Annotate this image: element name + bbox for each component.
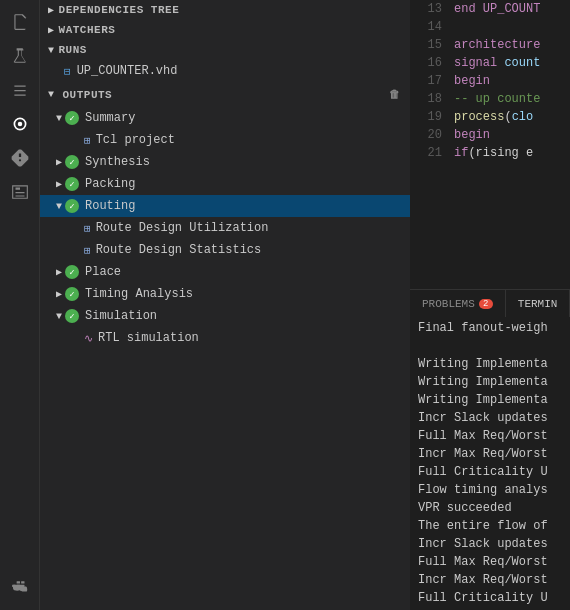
code-line-17: 17 begin xyxy=(410,72,570,90)
chevron-down-icon: ▼ xyxy=(56,201,62,212)
check-icon: ✓ xyxy=(65,199,79,213)
terminal-line: Incr Slack updates xyxy=(410,535,570,553)
terminal-line: Full Criticality U xyxy=(410,463,570,481)
extensions-icon[interactable] xyxy=(6,76,34,104)
main-area: 13 end UP_COUNT 14 15 architecture 16 si… xyxy=(410,0,570,610)
svg-rect-5 xyxy=(16,581,19,583)
git-icon[interactable] xyxy=(6,144,34,172)
explorer-icon[interactable] xyxy=(6,8,34,36)
sidebar: ▶ DEPENDENCIES TREE ▶ WATCHERS ▼ RUNS ⊟ … xyxy=(40,0,410,610)
outputs-header: ▼ OUTPUTS 🗑 xyxy=(40,82,410,107)
tab-terminal[interactable]: TERMIN xyxy=(506,290,570,318)
chevron-right-icon: ▶ xyxy=(56,266,62,278)
terminal-line: Incr Slack updates xyxy=(410,409,570,427)
terminal-line: Flow timing analys xyxy=(410,481,570,499)
dependencies-tree-header[interactable]: ▶ DEPENDENCIES TREE xyxy=(40,0,410,20)
boards-icon[interactable] xyxy=(6,178,34,206)
terminal-line: Writing Implementa xyxy=(410,391,570,409)
doc-icon: ⊞ xyxy=(84,222,91,235)
chevron-right-icon: ▶ xyxy=(48,24,55,36)
output-item-packing[interactable]: ▶ ✓ Packing xyxy=(40,173,410,195)
chevron-right-icon: ▶ xyxy=(56,178,62,190)
docker-icon[interactable] xyxy=(6,574,34,602)
vunit-icon[interactable] xyxy=(6,110,34,138)
code-line-18: 18 -- up counte xyxy=(410,90,570,108)
terminal-line: Final fanout-weigh xyxy=(410,319,570,337)
code-line-16: 16 signal count xyxy=(410,54,570,72)
terminal-output: Final fanout-weigh Writing Implementa Wr… xyxy=(410,317,570,610)
vhd-icon: ⊟ xyxy=(64,65,71,78)
code-line-14: 14 xyxy=(410,18,570,36)
code-line-15: 15 architecture xyxy=(410,36,570,54)
editor-area: 13 end UP_COUNT 14 15 architecture 16 si… xyxy=(410,0,570,289)
tab-problems[interactable]: PROBLEMS 2 xyxy=(410,290,506,318)
doc-icon: ⊞ xyxy=(84,244,91,257)
outputs-section: ▼ OUTPUTS 🗑 ▼ ✓ Summary ⊞ Tcl project ▶ … xyxy=(40,82,410,610)
runs-header[interactable]: ▼ RUNS xyxy=(40,40,410,60)
wave-icon: ∿ xyxy=(84,332,93,345)
output-item-timing-analysis[interactable]: ▶ ✓ Timing Analysis xyxy=(40,283,410,305)
code-lines: 13 end UP_COUNT 14 15 architecture 16 si… xyxy=(410,0,570,162)
terminal-line: Full Max Req/Worst xyxy=(410,427,570,445)
activity-bar xyxy=(0,0,40,610)
output-item-summary[interactable]: ▼ ✓ Summary xyxy=(40,107,410,129)
terminal-line: Incr Max Req/Worst xyxy=(410,571,570,589)
check-icon: ✓ xyxy=(65,265,79,279)
terminal-line: The entire flow of xyxy=(410,517,570,535)
output-item-routing[interactable]: ▼ ✓ Routing xyxy=(40,195,410,217)
chevron-down-icon: ▼ xyxy=(56,113,62,124)
terminal-line: Writing Implementa xyxy=(410,373,570,391)
chevron-right-icon: ▶ xyxy=(56,156,62,168)
check-icon: ✓ xyxy=(65,287,79,301)
chevron-right-icon: ▶ xyxy=(56,288,62,300)
code-line-19: 19 process(clo xyxy=(410,108,570,126)
check-icon: ✓ xyxy=(65,177,79,191)
code-line-21: 21 if(rising e xyxy=(410,144,570,162)
svg-rect-6 xyxy=(21,581,24,583)
chevron-down-icon: ▼ xyxy=(48,45,55,56)
terminal-line: VPR succeeded xyxy=(410,499,570,517)
chevron-down-icon: ▼ xyxy=(56,311,62,322)
output-item-tcl[interactable]: ⊞ Tcl project xyxy=(40,129,410,151)
chevron-right-icon: ▶ xyxy=(48,4,55,16)
run-item-up-counter[interactable]: ⊟ UP_COUNTER.vhd xyxy=(40,60,410,82)
output-item-rtl-simulation[interactable]: ∿ RTL simulation xyxy=(40,327,410,349)
check-icon: ✓ xyxy=(65,155,79,169)
problems-badge: 2 xyxy=(479,299,493,309)
flask-icon[interactable] xyxy=(6,42,34,70)
terminal-line: Writing Implementa xyxy=(410,355,570,373)
terminal-line: Full Max Req/Worst xyxy=(410,553,570,571)
check-icon: ✓ xyxy=(65,111,79,125)
output-item-place[interactable]: ▶ ✓ Place xyxy=(40,261,410,283)
chevron-down-icon: ▼ xyxy=(48,89,55,100)
output-item-route-design-statistics[interactable]: ⊞ Route Design Statistics xyxy=(40,239,410,261)
code-line-13: 13 end UP_COUNT xyxy=(410,0,570,18)
output-item-synthesis[interactable]: ▶ ✓ Synthesis xyxy=(40,151,410,173)
code-line-20: 20 begin xyxy=(410,126,570,144)
watchers-header[interactable]: ▶ WATCHERS xyxy=(40,20,410,40)
doc-icon: ⊞ xyxy=(84,134,91,147)
svg-point-1 xyxy=(17,122,22,127)
terminal-line: Incr Max Req/Worst xyxy=(410,445,570,463)
terminal-line: Full Criticality U xyxy=(410,589,570,607)
terminal-tabs: PROBLEMS 2 TERMIN xyxy=(410,289,570,317)
trash-icon[interactable]: 🗑 xyxy=(387,86,403,103)
check-icon: ✓ xyxy=(65,309,79,323)
terminal-line xyxy=(410,337,570,355)
output-item-route-design-utilization[interactable]: ⊞ Route Design Utilization xyxy=(40,217,410,239)
output-item-simulation[interactable]: ▼ ✓ Simulation xyxy=(40,305,410,327)
